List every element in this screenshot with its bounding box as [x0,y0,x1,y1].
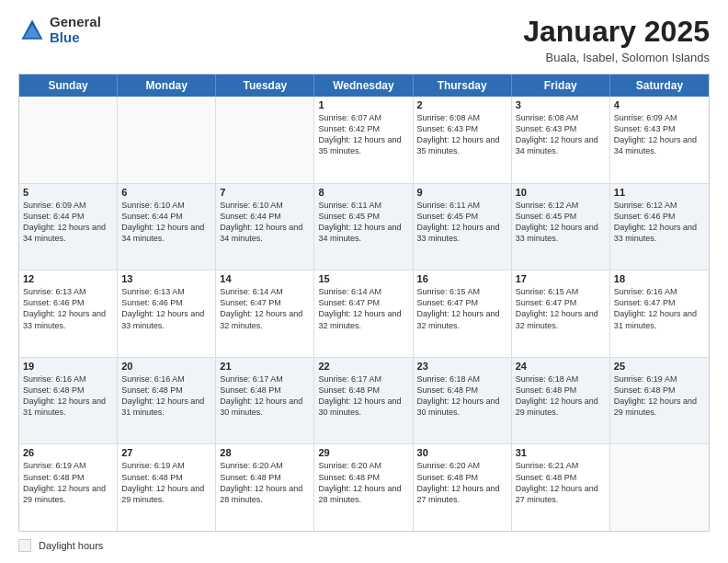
day-cell-18: 18Sunrise: 6:16 AM Sunset: 6:47 PM Dayli… [610,270,709,357]
day-number: 28 [220,447,310,458]
day-cell-10: 10Sunrise: 6:12 AM Sunset: 6:45 PM Dayli… [512,184,610,270]
day-cell-28: 28Sunrise: 6:20 AM Sunset: 6:48 PM Dayli… [216,444,314,531]
day-number: 19 [23,361,113,372]
day-number: 3 [516,99,606,110]
day-number: 24 [516,361,606,372]
day-number: 26 [23,447,113,458]
day-cell-1: 1Sunrise: 6:07 AM Sunset: 6:42 PM Daylig… [314,97,413,183]
calendar-row: 1Sunrise: 6:07 AM Sunset: 6:42 PM Daylig… [19,97,709,183]
day-number: 21 [220,361,310,372]
day-number: 16 [417,273,507,284]
day-number: 6 [121,187,211,198]
header-cell-wednesday: Wednesday [314,75,413,97]
day-number: 15 [318,273,408,284]
day-info: Sunrise: 6:18 AM Sunset: 6:48 PM Dayligh… [417,373,507,419]
day-info: Sunrise: 6:20 AM Sunset: 6:48 PM Dayligh… [318,460,408,505]
day-info: Sunrise: 6:11 AM Sunset: 6:45 PM Dayligh… [417,200,507,245]
empty-cell [610,444,709,531]
day-info: Sunrise: 6:18 AM Sunset: 6:48 PM Dayligh… [516,373,606,419]
page-title: January 2025 [523,15,710,49]
legend: Daylight hours [18,539,710,552]
day-number: 18 [614,273,705,284]
calendar-row: 19Sunrise: 6:16 AM Sunset: 6:48 PM Dayli… [19,357,709,444]
day-cell-12: 12Sunrise: 6:13 AM Sunset: 6:46 PM Dayli… [19,270,118,357]
calendar-row: 26Sunrise: 6:19 AM Sunset: 6:48 PM Dayli… [19,443,709,531]
day-cell-2: 2Sunrise: 6:08 AM Sunset: 6:43 PM Daylig… [414,97,512,183]
day-info: Sunrise: 6:08 AM Sunset: 6:43 PM Dayligh… [516,112,606,157]
day-number: 7 [220,187,310,198]
day-number: 17 [516,273,606,284]
day-info: Sunrise: 6:17 AM Sunset: 6:48 PM Dayligh… [220,373,310,419]
subtitle: Buala, Isabel, Solomon Islands [523,51,710,64]
title-block: January 2025 Buala, Isabel, Solomon Isla… [523,15,710,64]
day-cell-20: 20Sunrise: 6:16 AM Sunset: 6:48 PM Dayli… [118,358,216,444]
day-cell-15: 15Sunrise: 6:14 AM Sunset: 6:47 PM Dayli… [314,270,413,357]
day-number: 22 [318,361,408,372]
day-cell-22: 22Sunrise: 6:17 AM Sunset: 6:48 PM Dayli… [314,358,413,444]
day-cell-25: 25Sunrise: 6:19 AM Sunset: 6:48 PM Dayli… [610,358,709,444]
day-cell-5: 5Sunrise: 6:09 AM Sunset: 6:44 PM Daylig… [19,184,118,270]
day-info: Sunrise: 6:14 AM Sunset: 6:47 PM Dayligh… [220,286,310,331]
day-cell-14: 14Sunrise: 6:14 AM Sunset: 6:47 PM Dayli… [216,270,314,357]
day-cell-19: 19Sunrise: 6:16 AM Sunset: 6:48 PM Dayli… [19,358,118,444]
calendar-row: 12Sunrise: 6:13 AM Sunset: 6:46 PM Dayli… [19,270,709,357]
day-info: Sunrise: 6:19 AM Sunset: 6:48 PM Dayligh… [23,460,113,505]
logo-blue: Blue [50,30,101,46]
page: General Blue January 2025 Buala, Isabel,… [0,0,728,563]
day-number: 5 [23,187,113,198]
day-number: 12 [23,273,113,284]
logo: General Blue [18,15,101,45]
day-info: Sunrise: 6:07 AM Sunset: 6:42 PM Dayligh… [318,112,408,157]
legend-box [18,539,31,552]
calendar-body: 1Sunrise: 6:07 AM Sunset: 6:42 PM Daylig… [19,97,709,531]
header-cell-tuesday: Tuesday [216,75,314,97]
empty-cell [19,97,118,183]
day-info: Sunrise: 6:21 AM Sunset: 6:48 PM Dayligh… [516,460,606,505]
day-cell-6: 6Sunrise: 6:10 AM Sunset: 6:44 PM Daylig… [118,184,216,270]
day-cell-3: 3Sunrise: 6:08 AM Sunset: 6:43 PM Daylig… [512,97,610,183]
day-cell-27: 27Sunrise: 6:19 AM Sunset: 6:48 PM Dayli… [118,444,216,531]
day-info: Sunrise: 6:17 AM Sunset: 6:48 PM Dayligh… [318,373,408,419]
logo-icon [18,17,46,44]
day-cell-23: 23Sunrise: 6:18 AM Sunset: 6:48 PM Dayli… [414,358,512,444]
day-cell-8: 8Sunrise: 6:11 AM Sunset: 6:45 PM Daylig… [314,184,413,270]
day-info: Sunrise: 6:11 AM Sunset: 6:45 PM Dayligh… [318,200,408,245]
day-info: Sunrise: 6:10 AM Sunset: 6:44 PM Dayligh… [121,200,211,245]
day-info: Sunrise: 6:16 AM Sunset: 6:48 PM Dayligh… [121,373,211,419]
day-number: 14 [220,273,310,284]
day-number: 4 [614,99,705,110]
day-number: 23 [417,361,507,372]
header-cell-sunday: Sunday [19,75,118,97]
day-number: 13 [121,273,211,284]
day-number: 29 [318,447,408,458]
header-cell-monday: Monday [118,75,216,97]
day-cell-24: 24Sunrise: 6:18 AM Sunset: 6:48 PM Dayli… [512,358,610,444]
day-cell-13: 13Sunrise: 6:13 AM Sunset: 6:46 PM Dayli… [118,270,216,357]
day-number: 20 [121,361,211,372]
legend-label: Daylight hours [39,540,103,551]
day-info: Sunrise: 6:20 AM Sunset: 6:48 PM Dayligh… [417,460,507,505]
header: General Blue January 2025 Buala, Isabel,… [18,15,710,64]
day-info: Sunrise: 6:16 AM Sunset: 6:47 PM Dayligh… [614,286,705,331]
day-number: 9 [417,187,507,198]
day-number: 30 [417,447,507,458]
day-info: Sunrise: 6:13 AM Sunset: 6:46 PM Dayligh… [121,286,211,331]
header-cell-thursday: Thursday [414,75,512,97]
day-info: Sunrise: 6:14 AM Sunset: 6:47 PM Dayligh… [318,286,408,331]
day-info: Sunrise: 6:20 AM Sunset: 6:48 PM Dayligh… [220,460,310,505]
day-info: Sunrise: 6:09 AM Sunset: 6:44 PM Dayligh… [23,200,113,245]
day-number: 10 [516,187,606,198]
day-number: 25 [614,361,705,372]
calendar-row: 5Sunrise: 6:09 AM Sunset: 6:44 PM Daylig… [19,183,709,270]
day-number: 27 [121,447,211,458]
day-cell-11: 11Sunrise: 6:12 AM Sunset: 6:46 PM Dayli… [610,184,709,270]
day-cell-16: 16Sunrise: 6:15 AM Sunset: 6:47 PM Dayli… [414,270,512,357]
day-number: 11 [614,187,705,198]
calendar-header: SundayMondayTuesdayWednesdayThursdayFrid… [19,75,709,97]
day-info: Sunrise: 6:15 AM Sunset: 6:47 PM Dayligh… [417,286,507,331]
logo-general: General [50,15,101,30]
day-cell-7: 7Sunrise: 6:10 AM Sunset: 6:44 PM Daylig… [216,184,314,270]
day-cell-29: 29Sunrise: 6:20 AM Sunset: 6:48 PM Dayli… [314,444,413,531]
day-number: 8 [318,187,408,198]
day-info: Sunrise: 6:13 AM Sunset: 6:46 PM Dayligh… [23,286,113,331]
